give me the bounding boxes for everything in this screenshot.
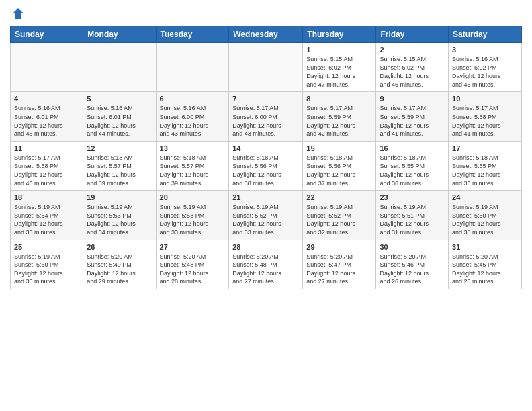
- day-info: Sunrise: 5:17 AM Sunset: 5:59 PM Dayligh…: [380, 104, 445, 138]
- day-info: Sunrise: 5:20 AM Sunset: 5:45 PM Dayligh…: [452, 253, 518, 286]
- day-info: Sunrise: 5:18 AM Sunset: 5:56 PM Dayligh…: [306, 154, 372, 187]
- calendar-cell: 14Sunrise: 5:18 AM Sunset: 5:56 PM Dayli…: [229, 141, 303, 190]
- day-info: Sunrise: 5:20 AM Sunset: 5:47 PM Dayligh…: [306, 253, 372, 286]
- day-number: 29: [306, 243, 372, 251]
- calendar-cell: 22Sunrise: 5:19 AM Sunset: 5:52 PM Dayli…: [303, 191, 376, 240]
- calendar-cell: 5Sunrise: 5:16 AM Sunset: 6:01 PM Daylig…: [83, 92, 156, 141]
- day-number: 10: [452, 95, 518, 103]
- calendar-cell: 24Sunrise: 5:19 AM Sunset: 5:50 PM Dayli…: [449, 191, 522, 240]
- day-number: 26: [87, 243, 152, 251]
- calendar-cell: 25Sunrise: 5:19 AM Sunset: 5:50 PM Dayli…: [11, 240, 83, 289]
- calendar-cell: 31Sunrise: 5:20 AM Sunset: 5:45 PM Dayli…: [449, 240, 522, 289]
- calendar-cell: 16Sunrise: 5:18 AM Sunset: 5:55 PM Dayli…: [376, 141, 449, 190]
- calendar-cell: [11, 43, 83, 92]
- calendar-cell: 19Sunrise: 5:19 AM Sunset: 5:53 PM Dayli…: [83, 191, 156, 240]
- day-info: Sunrise: 5:18 AM Sunset: 5:57 PM Dayligh…: [160, 154, 226, 187]
- logo-icon: [11, 7, 25, 20]
- calendar-header-row: SundayMondayTuesdayWednesdayThursdayFrid…: [11, 26, 522, 43]
- day-info: Sunrise: 5:18 AM Sunset: 5:55 PM Dayligh…: [452, 154, 518, 187]
- day-number: 30: [380, 243, 445, 251]
- calendar-cell: 8Sunrise: 5:17 AM Sunset: 5:59 PM Daylig…: [303, 92, 376, 141]
- day-number: 19: [87, 193, 152, 201]
- logo: [10, 7, 25, 20]
- day-info: Sunrise: 5:15 AM Sunset: 6:02 PM Dayligh…: [306, 55, 372, 89]
- day-info: Sunrise: 5:18 AM Sunset: 5:56 PM Dayligh…: [232, 154, 299, 187]
- calendar-cell: 3Sunrise: 5:16 AM Sunset: 6:02 PM Daylig…: [449, 43, 522, 92]
- day-number: 28: [232, 243, 299, 251]
- calendar-cell: 23Sunrise: 5:19 AM Sunset: 5:51 PM Dayli…: [376, 191, 449, 240]
- day-number: 24: [452, 193, 518, 201]
- calendar-cell: 30Sunrise: 5:20 AM Sunset: 5:46 PM Dayli…: [376, 240, 449, 289]
- calendar-cell: 4Sunrise: 5:16 AM Sunset: 6:01 PM Daylig…: [11, 92, 83, 141]
- day-info: Sunrise: 5:17 AM Sunset: 5:58 PM Dayligh…: [14, 154, 79, 187]
- day-info: Sunrise: 5:20 AM Sunset: 5:48 PM Dayligh…: [160, 253, 226, 286]
- day-number: 3: [452, 46, 518, 54]
- calendar-week-row: 4Sunrise: 5:16 AM Sunset: 6:01 PM Daylig…: [11, 92, 522, 141]
- calendar-cell: [156, 43, 229, 92]
- day-number: 27: [160, 243, 226, 251]
- day-info: Sunrise: 5:17 AM Sunset: 5:59 PM Dayligh…: [306, 104, 372, 138]
- calendar-header-tuesday: Tuesday: [156, 26, 229, 43]
- day-info: Sunrise: 5:19 AM Sunset: 5:53 PM Dayligh…: [160, 203, 226, 236]
- day-number: 7: [232, 95, 299, 103]
- day-number: 23: [380, 193, 445, 201]
- calendar-cell: [229, 43, 303, 92]
- calendar-header-saturday: Saturday: [449, 26, 522, 43]
- day-info: Sunrise: 5:19 AM Sunset: 5:54 PM Dayligh…: [14, 203, 79, 236]
- day-number: 31: [452, 243, 518, 251]
- day-info: Sunrise: 5:19 AM Sunset: 5:50 PM Dayligh…: [452, 203, 518, 236]
- day-info: Sunrise: 5:19 AM Sunset: 5:51 PM Dayligh…: [380, 203, 445, 236]
- day-info: Sunrise: 5:15 AM Sunset: 6:02 PM Dayligh…: [380, 55, 445, 89]
- calendar-table: SundayMondayTuesdayWednesdayThursdayFrid…: [10, 26, 522, 289]
- day-info: Sunrise: 5:20 AM Sunset: 5:49 PM Dayligh…: [87, 253, 152, 286]
- day-number: 25: [14, 243, 79, 251]
- day-number: 4: [14, 95, 79, 103]
- day-info: Sunrise: 5:19 AM Sunset: 5:50 PM Dayligh…: [14, 253, 79, 286]
- day-info: Sunrise: 5:16 AM Sunset: 6:00 PM Dayligh…: [160, 104, 226, 138]
- calendar-cell: 9Sunrise: 5:17 AM Sunset: 5:59 PM Daylig…: [376, 92, 449, 141]
- calendar-cell: 12Sunrise: 5:18 AM Sunset: 5:57 PM Dayli…: [83, 141, 156, 190]
- day-number: 17: [452, 144, 518, 152]
- day-number: 1: [306, 46, 372, 54]
- calendar-cell: 21Sunrise: 5:19 AM Sunset: 5:52 PM Dayli…: [229, 191, 303, 240]
- day-number: 5: [87, 95, 152, 103]
- calendar-week-row: 18Sunrise: 5:19 AM Sunset: 5:54 PM Dayli…: [11, 191, 522, 240]
- header: [10, 7, 522, 20]
- calendar-cell: 28Sunrise: 5:20 AM Sunset: 5:48 PM Dayli…: [229, 240, 303, 289]
- calendar-header-wednesday: Wednesday: [229, 26, 303, 43]
- calendar-header-monday: Monday: [83, 26, 156, 43]
- calendar-cell: 18Sunrise: 5:19 AM Sunset: 5:54 PM Dayli…: [11, 191, 83, 240]
- day-number: 11: [14, 144, 79, 152]
- calendar-cell: 6Sunrise: 5:16 AM Sunset: 6:00 PM Daylig…: [156, 92, 229, 141]
- day-info: Sunrise: 5:17 AM Sunset: 5:58 PM Dayligh…: [452, 104, 518, 138]
- day-info: Sunrise: 5:17 AM Sunset: 6:00 PM Dayligh…: [232, 104, 299, 138]
- day-number: 15: [306, 144, 372, 152]
- calendar-cell: 1Sunrise: 5:15 AM Sunset: 6:02 PM Daylig…: [303, 43, 376, 92]
- calendar-cell: 13Sunrise: 5:18 AM Sunset: 5:57 PM Dayli…: [156, 141, 229, 190]
- calendar-header-sunday: Sunday: [11, 26, 83, 43]
- calendar-cell: 10Sunrise: 5:17 AM Sunset: 5:58 PM Dayli…: [449, 92, 522, 141]
- day-info: Sunrise: 5:16 AM Sunset: 6:01 PM Dayligh…: [87, 104, 152, 138]
- calendar-header-thursday: Thursday: [303, 26, 376, 43]
- calendar-cell: 15Sunrise: 5:18 AM Sunset: 5:56 PM Dayli…: [303, 141, 376, 190]
- day-number: 8: [306, 95, 372, 103]
- day-info: Sunrise: 5:19 AM Sunset: 5:52 PM Dayligh…: [306, 203, 372, 236]
- calendar-cell: 2Sunrise: 5:15 AM Sunset: 6:02 PM Daylig…: [376, 43, 449, 92]
- day-number: 20: [160, 193, 226, 201]
- day-info: Sunrise: 5:20 AM Sunset: 5:48 PM Dayligh…: [232, 253, 299, 286]
- day-number: 12: [87, 144, 152, 152]
- day-info: Sunrise: 5:18 AM Sunset: 5:55 PM Dayligh…: [380, 154, 445, 187]
- day-number: 13: [160, 144, 226, 152]
- day-number: 22: [306, 193, 372, 201]
- day-number: 6: [160, 95, 226, 103]
- calendar-cell: 27Sunrise: 5:20 AM Sunset: 5:48 PM Dayli…: [156, 240, 229, 289]
- day-info: Sunrise: 5:16 AM Sunset: 6:01 PM Dayligh…: [14, 104, 79, 138]
- day-info: Sunrise: 5:16 AM Sunset: 6:02 PM Dayligh…: [452, 55, 518, 89]
- calendar-cell: 29Sunrise: 5:20 AM Sunset: 5:47 PM Dayli…: [303, 240, 376, 289]
- calendar-cell: 11Sunrise: 5:17 AM Sunset: 5:58 PM Dayli…: [11, 141, 83, 190]
- calendar-week-row: 25Sunrise: 5:19 AM Sunset: 5:50 PM Dayli…: [11, 240, 522, 289]
- day-number: 16: [380, 144, 445, 152]
- day-number: 9: [380, 95, 445, 103]
- day-info: Sunrise: 5:19 AM Sunset: 5:53 PM Dayligh…: [87, 203, 152, 236]
- calendar-cell: [83, 43, 156, 92]
